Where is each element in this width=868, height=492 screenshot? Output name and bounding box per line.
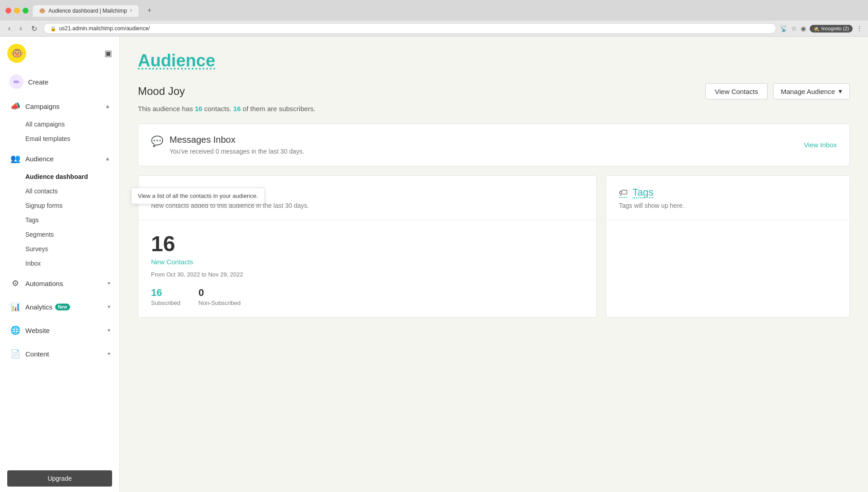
all-contacts-item[interactable]: All contacts — [0, 184, 119, 198]
forward-button[interactable]: › — [17, 23, 24, 33]
logo: 🐵 — [7, 44, 26, 63]
profile-icon: ◉ — [801, 25, 806, 32]
audience-desc-prefix: This audience has — [138, 105, 195, 112]
content-header[interactable]: 📄 Content ▾ — [0, 343, 119, 365]
tab-title: Audience dashboard | Mailchimp — [48, 8, 127, 14]
upgrade-button[interactable]: Upgrade — [7, 470, 112, 487]
new-tab-button[interactable]: + — [143, 4, 156, 17]
tab-close-button[interactable]: × — [130, 8, 132, 13]
growth-stats: 16 New Contacts From Oct 30, 2022 to Nov… — [138, 220, 596, 317]
app: 🐵 ▣ ✏ Create 📣 Campaigns ▲ All campaigns… — [0, 37, 868, 492]
website-icon: 🌐 — [9, 324, 22, 337]
date-range: From Oct 30, 2022 to Nov 29, 2022 — [151, 271, 584, 278]
analytics-icon: 📊 — [9, 300, 22, 313]
non-subscribed-stat: 0 Non-Subscribed — [198, 287, 241, 306]
stats-row: 16 Subscribed 0 Non-Subscribed — [151, 287, 584, 306]
view-contacts-button[interactable]: View Contacts — [705, 83, 768, 99]
campaigns-section: 📣 Campaigns ▲ All campaigns Email templa… — [0, 95, 119, 146]
analytics-label: Analytics — [25, 303, 52, 311]
all-contacts-tooltip: View a list of all the contacts in your … — [131, 187, 265, 204]
non-subscribed-label: Non-Subscribed — [198, 300, 241, 306]
create-icon: ✏ — [9, 75, 24, 89]
create-button[interactable]: ✏ Create — [0, 70, 119, 94]
tags-item[interactable]: Tags — [0, 213, 119, 227]
inbox-card: 💬 Messages Inbox You've received 0 messa… — [138, 123, 850, 166]
browser-actions: 📡 ☆ ◉ 🕵 Incognito (2) ⋮ — [780, 25, 863, 33]
campaigns-label: Campaigns — [25, 103, 60, 110]
new-contacts-big-number: 16 — [151, 231, 584, 256]
cast-icon: 📡 — [780, 25, 788, 32]
bookmark-icon[interactable]: ☆ — [791, 25, 797, 32]
manage-audience-button[interactable]: Manage Audience ▾ — [773, 83, 850, 99]
header-actions: View Contacts Manage Audience ▾ — [705, 83, 850, 99]
all-campaigns-item[interactable]: All campaigns — [0, 117, 119, 131]
tab-favicon: 🐵 — [39, 8, 46, 14]
subscribers-count: 16 — [233, 105, 241, 112]
inbox-icon: 💬 — [151, 136, 163, 147]
manage-audience-label: Manage Audience — [781, 88, 835, 95]
analytics-header[interactable]: 📊 Analytics New ▾ — [0, 296, 119, 318]
address-bar-row: ‹ › ↻ 🔒 us21.admin.mailchimp.com/audienc… — [0, 21, 868, 36]
automations-label: Automations — [25, 280, 63, 287]
non-subscribed-count: 0 — [198, 287, 241, 299]
website-section: 🌐 Website ▾ — [0, 319, 119, 341]
address-bar[interactable]: 🔒 us21.admin.mailchimp.com/audience/ — [43, 23, 776, 34]
website-label: Website — [25, 327, 50, 334]
create-label: Create — [28, 78, 48, 86]
subscribed-stat: 16 Subscribed — [151, 287, 180, 306]
automations-section: ⚙ Automations ▾ — [0, 272, 119, 294]
maximize-window-button[interactable] — [23, 8, 28, 14]
audience-dashboard-item[interactable]: Audience dashboard — [0, 169, 119, 184]
sidebar-toggle-button[interactable]: ▣ — [104, 48, 112, 58]
tags-card-top: 🏷 Tags Tags will show up here. — [606, 176, 849, 220]
analytics-section: 📊 Analytics New ▾ — [0, 296, 119, 318]
contacts-count: 16 — [195, 105, 203, 112]
tags-desc: Tags will show up here. — [619, 202, 837, 209]
campaigns-icon: 📣 — [9, 100, 22, 112]
back-button[interactable]: ‹ — [5, 23, 13, 33]
inbox-desc: You've received 0 messages in the last 3… — [170, 148, 304, 155]
audience-icon: 👥 — [9, 152, 22, 165]
automations-header[interactable]: ⚙ Automations ▾ — [0, 272, 119, 294]
audience-desc-mid: contacts. — [203, 105, 233, 112]
view-inbox-link[interactable]: View Inbox — [804, 141, 837, 149]
analytics-chevron: ▾ — [108, 304, 110, 310]
surveys-item[interactable]: Surveys — [0, 242, 119, 256]
url-text: us21.admin.mailchimp.com/audience/ — [59, 25, 150, 32]
refresh-button[interactable]: ↻ — [28, 23, 40, 34]
minimize-window-button[interactable] — [14, 8, 20, 14]
audience-header: Mood Joy View Contacts Manage Audience ▾ — [138, 83, 850, 99]
audience-header[interactable]: 👥 Audience ▲ — [0, 148, 119, 169]
page-title: Audience — [138, 51, 850, 70]
audience-desc-suffix: of them are subscribers. — [241, 105, 316, 112]
main-content: Audience Mood Joy View Contacts Manage A… — [120, 37, 868, 492]
signup-forms-item[interactable]: Signup forms — [0, 198, 119, 213]
sidebar-nav: ✏ Create 📣 Campaigns ▲ All campaigns Ema… — [0, 66, 119, 465]
audience-chevron: ▲ — [105, 155, 110, 162]
website-chevron: ▾ — [108, 327, 110, 333]
campaigns-header[interactable]: 📣 Campaigns ▲ — [0, 95, 119, 117]
close-window-button[interactable] — [5, 8, 11, 14]
more-icon[interactable]: ⋮ — [856, 25, 863, 32]
new-contacts-label: New Contacts — [151, 258, 584, 266]
audience-label: Audience — [25, 155, 54, 163]
browser-chrome: 🐵 Audience dashboard | Mailchimp × + ‹ ›… — [0, 0, 868, 37]
audience-section: 👥 Audience ▲ Audience dashboard All cont… — [0, 148, 119, 271]
tags-icon: 🏷 — [619, 187, 628, 198]
audience-description: This audience has 16 contacts. 16 of the… — [138, 105, 850, 112]
audience-name: Mood Joy — [138, 85, 185, 98]
title-bar: 🐵 Audience dashboard | Mailchimp × + — [0, 0, 868, 21]
website-header[interactable]: 🌐 Website ▾ — [0, 319, 119, 341]
automations-icon: ⚙ — [9, 277, 22, 290]
incognito-badge: 🕵 Incognito (2) — [810, 25, 853, 33]
segments-item[interactable]: Segments — [0, 227, 119, 242]
inbox-left: 💬 Messages Inbox You've received 0 messa… — [151, 135, 304, 155]
email-templates-item[interactable]: Email templates — [0, 131, 119, 146]
content-section: 📄 Content ▾ — [0, 343, 119, 365]
subscribed-label: Subscribed — [151, 300, 180, 306]
browser-tab[interactable]: 🐵 Audience dashboard | Mailchimp × — [32, 5, 139, 17]
inbox-item[interactable]: Inbox — [0, 256, 119, 271]
automations-chevron: ▾ — [108, 280, 110, 286]
campaigns-chevron: ▲ — [105, 103, 110, 109]
tags-title: 🏷 Tags — [619, 187, 837, 198]
